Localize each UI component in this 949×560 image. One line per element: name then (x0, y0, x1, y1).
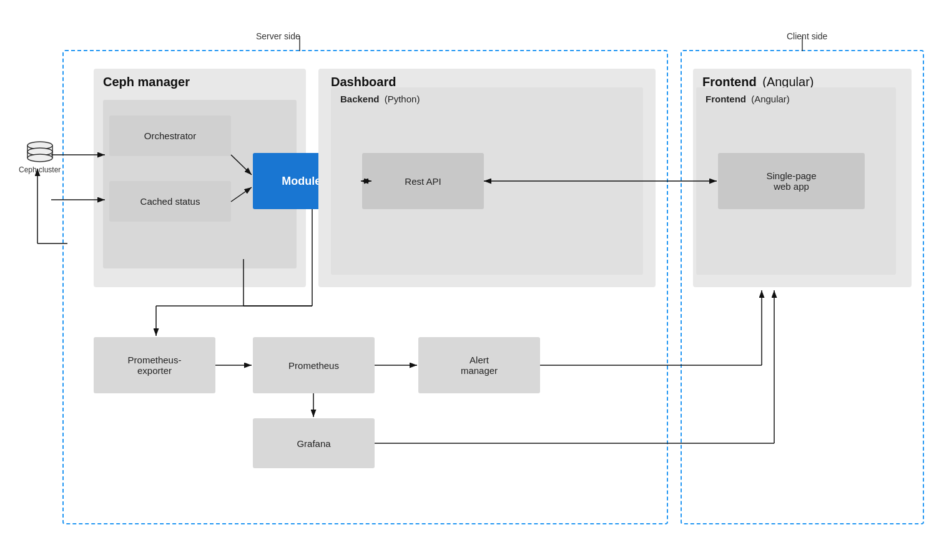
ceph-manager-title: Ceph manager (103, 75, 190, 89)
backend-label: Backend (Python) (340, 94, 420, 104)
prometheus-exporter-box: Prometheus- exporter (94, 337, 215, 393)
alert-manager-box: Alert manager (418, 337, 540, 393)
rest-api-box: Rest API (362, 153, 484, 209)
grafana-box: Grafana (253, 418, 375, 468)
single-page-app-box: Single-page web app (718, 153, 865, 209)
prometheus-box: Prometheus (253, 337, 375, 393)
diagram-container: Server side Client side Ceph cluster Cep… (12, 19, 937, 543)
orchestrator-box: Orchestrator (109, 115, 231, 156)
client-side-label: Client side (787, 31, 827, 41)
svg-point-2 (27, 154, 52, 162)
ceph-cluster: Ceph cluster (19, 140, 61, 175)
cached-status-box: Cached status (109, 181, 231, 222)
frontend-inner-label: Frontend (Angular) (706, 94, 790, 104)
server-side-label: Server side (256, 31, 300, 41)
